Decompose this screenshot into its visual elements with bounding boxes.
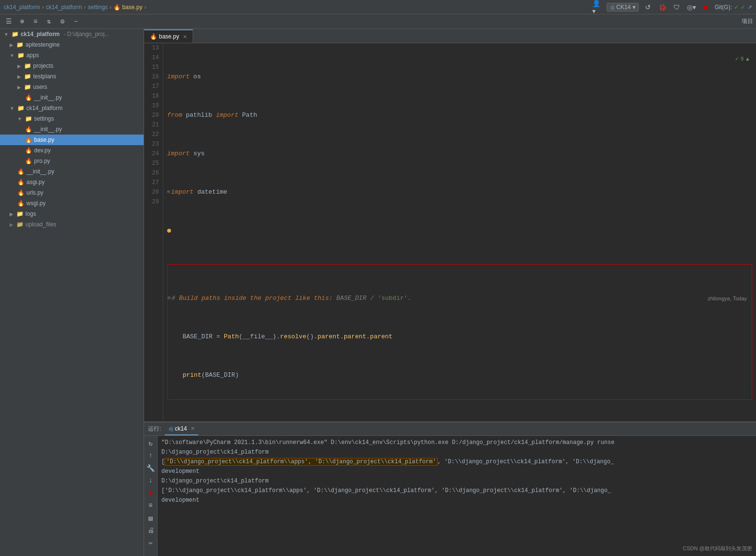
tab-basepy[interactable]: 🔥 base.py ✕ — [144, 29, 193, 43]
breadcrumb: ck14_platform › ck14_platform › settings… — [4, 4, 146, 11]
code-line-15: import sys — [167, 149, 752, 159]
coverage-icon[interactable]: 🛡 — [671, 2, 682, 12]
sidebar-item-apitestengine[interactable]: 📁 apitestengine — [0, 39, 144, 50]
code-line-16: ⊖import datetime — [167, 187, 752, 197]
editor-area: 🔥 base.py ✕ 13 14 15 16 17 18 19 20 21 2… — [144, 29, 756, 556]
bug-icon[interactable]: 🐞 — [657, 2, 668, 12]
ck14-init-icon: 🔥 — [17, 168, 24, 175]
apps-label: apps — [26, 52, 39, 59]
ck14-init-label: __init__.py — [26, 168, 54, 175]
apps-init-icon: 🔥 — [25, 94, 32, 101]
sidebar-item-apps[interactable]: 📁 apps — [0, 50, 144, 61]
console-line-4: development — [161, 467, 752, 476]
git-check2[interactable]: ✓ — [741, 4, 745, 11]
fold-icon-18[interactable]: ⊖ — [168, 294, 171, 303]
toolbar-list-icon[interactable]: ≡ — [30, 16, 41, 27]
sidebar-item-settings-init[interactable]: 🔥 __init__.py — [0, 124, 144, 135]
btn-filter[interactable]: ▤ — [146, 513, 156, 523]
users-icon: 📁 — [24, 84, 31, 90]
asgipy-icon: 🔥 — [17, 179, 24, 185]
urlspy-label: urls.py — [26, 189, 43, 196]
sidebar-item-logs[interactable]: 📁 logs — [0, 209, 144, 219]
breadcrumb-item-3[interactable]: settings — [88, 4, 108, 11]
btn-print[interactable]: 🖨 — [146, 525, 156, 536]
scroll-indicator: ✓ 9 ▲ — [720, 44, 750, 73]
sidebar-item-urlspy[interactable]: 🔥 urls.py — [0, 187, 144, 198]
root-arrow — [4, 32, 9, 37]
sidebar-root[interactable]: 📁 ck14_platform - D:\django_proj... — [0, 29, 144, 39]
ck14platform-arrow — [10, 106, 14, 111]
btn-scissors[interactable]: ✂ — [146, 538, 156, 548]
sidebar-item-basepy[interactable]: 🔥 base.py — [0, 135, 144, 145]
tab-bar: 🔥 base.py ✕ — [144, 29, 756, 43]
bottom-tab-ck14[interactable]: dj ck14 ✕ — [165, 423, 198, 435]
breadcrumb-item-2[interactable]: ck14_platform — [46, 4, 82, 11]
sidebar-item-propy[interactable]: 🔥 pro.py — [0, 156, 144, 166]
wsgipy-icon: 🔥 — [17, 200, 24, 207]
asgipy-label: asgi.py — [26, 179, 45, 185]
code-editor[interactable]: 13 14 15 16 17 18 19 20 21 22 23 24 25 2… — [144, 43, 756, 421]
profile2-icon[interactable]: ◎▾ — [686, 2, 696, 12]
ck14platform-label: ck14_platform — [26, 105, 62, 111]
logs-icon: 📁 — [16, 210, 24, 217]
toolbar-menu-icon[interactable]: ☰ — [3, 16, 14, 27]
toolbar-scope-icon[interactable]: ⊕ — [16, 16, 28, 27]
bottom-tab-dj-icon: dj — [169, 426, 173, 432]
sidebar-item-settings[interactable]: 📁 settings — [0, 113, 144, 124]
toolbar-sort-icon[interactable]: ⇅ — [43, 16, 55, 27]
uploadfiles-icon: 📁 — [16, 221, 24, 228]
btn-list2[interactable]: ≡ — [146, 500, 156, 511]
projects-icon: 📁 — [24, 62, 31, 69]
btn-up[interactable]: ↑ — [146, 450, 156, 461]
apps-arrow — [10, 53, 14, 58]
refresh-icon[interactable]: ↺ — [643, 2, 653, 12]
stop-icon[interactable]: ■ — [700, 2, 711, 12]
dj-icon: dj — [610, 4, 614, 10]
sidebar-item-testplans[interactable]: 📁 testplans — [0, 71, 144, 82]
ck14-badge[interactable]: dj CK14 ▾ — [607, 3, 639, 12]
line18-annotation: zhilongya, Today — [707, 294, 747, 303]
btn-wrench[interactable]: 🔧 — [146, 463, 156, 473]
sidebar: 📁 ck14_platform - D:\django_proj... 📁 ap… — [0, 29, 144, 556]
breadcrumb-item-4[interactable]: 🔥 base.py — [113, 4, 142, 11]
testplans-icon: 📁 — [24, 73, 31, 80]
btn-stop[interactable]: ■ — [146, 488, 156, 498]
sidebar-item-asgipy[interactable]: 🔥 asgi.py — [0, 177, 144, 187]
git-arrow[interactable]: ↗ — [747, 4, 752, 11]
sidebar-item-apps-init[interactable]: 🔥 __init__.py — [0, 92, 144, 103]
sidebar-item-devpy[interactable]: 🔥 dev.py — [0, 145, 144, 156]
logs-label: logs — [25, 210, 36, 217]
sidebar-item-ck14platform[interactable]: 📁 ck14_platform — [0, 103, 144, 113]
apitestengine-label: apitestengine — [25, 41, 60, 48]
project-text: 项目 — [742, 17, 753, 25]
run-label: 运行: — [148, 425, 161, 433]
sidebar-item-projects[interactable]: 📁 projects — [0, 61, 144, 71]
bottom-tab-close[interactable]: ✕ — [191, 426, 195, 431]
root-name: ck14_platform — [21, 31, 60, 37]
line-numbers: 13 14 15 16 17 18 19 20 21 22 23 24 25 2… — [144, 43, 163, 421]
sidebar-item-wsgipy[interactable]: 🔥 wsgi.py — [0, 198, 144, 209]
fold-icon-16[interactable]: ⊖ — [167, 187, 170, 197]
btn-restart[interactable]: ↻ — [146, 438, 156, 448]
propy-label: pro.py — [34, 158, 50, 164]
testplans-arrow — [17, 74, 21, 79]
apps-icon: 📁 — [17, 52, 24, 59]
users-label: users — [33, 84, 47, 90]
toolbar-collapse-icon[interactable]: − — [70, 16, 82, 27]
toolbar-settings-icon[interactable]: ⚙ — [57, 16, 68, 27]
settings-arrow — [17, 116, 22, 122]
apitestengine-icon: 📁 — [16, 41, 24, 48]
uploadfiles-arrow — [10, 222, 13, 227]
btn-down[interactable]: ↓ — [146, 475, 156, 486]
propy-icon: 🔥 — [25, 158, 32, 164]
dot-indicator-17 — [167, 229, 171, 233]
tab-close-icon[interactable]: ✕ — [183, 34, 187, 39]
sidebar-item-uploadfiles[interactable]: 📁 upload_files — [0, 219, 144, 230]
git-check1[interactable]: ✓ — [734, 4, 739, 11]
users-arrow — [17, 85, 21, 90]
breadcrumb-item-1[interactable]: ck14_platform — [4, 4, 40, 11]
sidebar-item-ck14-init[interactable]: 🔥 __init__.py — [0, 166, 144, 177]
urlspy-icon: 🔥 — [17, 189, 24, 196]
sidebar-item-users[interactable]: 📁 users — [0, 82, 144, 92]
profile-icon[interactable]: 👤▾ — [592, 2, 603, 12]
